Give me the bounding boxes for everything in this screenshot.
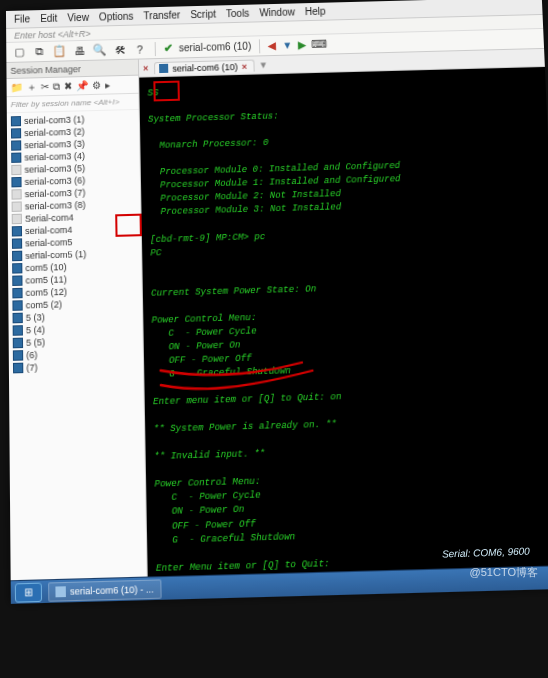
menu-transfer[interactable]: Transfer (143, 9, 180, 21)
taskbar-app-icon (55, 586, 66, 597)
terminal-output[interactable]: SS System Processor Status: Monarch Proc… (139, 67, 548, 577)
session-item-label: 5 (5) (26, 337, 45, 348)
session-item-label: serial-com3 (5) (24, 163, 85, 175)
menu-window[interactable]: Window (259, 6, 295, 18)
find-icon[interactable]: 🔍 (92, 43, 106, 57)
session-doc-icon (12, 251, 22, 262)
session-doc-icon (12, 288, 22, 299)
menu-tools[interactable]: Tools (226, 8, 250, 20)
session-item-label: com5 (2) (26, 299, 62, 310)
session-doc-icon (12, 275, 22, 286)
session-doc-icon (12, 238, 22, 249)
session-doc-icon (11, 177, 21, 187)
session-name-label: serial-com6 (10) (179, 41, 252, 54)
session-item-label: serial-com5 (1) (25, 249, 86, 261)
tab-label: serial-com6 (10) (172, 61, 238, 73)
folder-icon[interactable]: 📁 (11, 82, 23, 93)
keyboard-icon[interactable]: ⌨ (312, 37, 326, 51)
history-forward-icon[interactable]: ▶ (298, 39, 306, 50)
menu-edit[interactable]: Edit (40, 13, 57, 24)
session-doc-icon (11, 153, 21, 163)
close-all-icon[interactable]: × (143, 63, 148, 73)
session-doc-icon (11, 165, 21, 175)
session-doc-icon (13, 338, 23, 349)
session-doc-icon (12, 263, 22, 274)
scissors-icon[interactable]: ✂ (41, 81, 49, 92)
session-item-label: serial-com3 (2) (24, 126, 85, 138)
session-doc-icon (12, 300, 22, 311)
app-window: File Edit View Options Transfer Script T… (6, 0, 548, 604)
toolbar-separator (259, 39, 260, 53)
session-item-label: Serial-com4 (25, 212, 74, 224)
session-item-label: serial-com3 (8) (25, 200, 86, 212)
session-doc-icon (12, 201, 22, 211)
tab-add-icon[interactable]: ▾ (260, 58, 266, 71)
connected-check-icon: ✔ (164, 42, 173, 55)
chevron-right-icon[interactable]: ▸ (105, 79, 110, 90)
session-doc-icon (11, 140, 21, 150)
session-doc-icon (12, 214, 22, 225)
session-item-label: 5 (4) (26, 325, 45, 336)
menu-file[interactable]: File (14, 13, 30, 24)
tab-serial-com6[interactable]: serial-com6 (10) × (154, 59, 254, 74)
new-session-icon[interactable]: ▢ (12, 45, 26, 59)
session-manager-panel: Session Manager 📁 ＋ ✂ ⧉ ✖ 📌 ⚙ ▸ Filter b… (6, 60, 147, 581)
session-item-label: (6) (26, 350, 37, 361)
session-item-label: serial-com3 (3) (24, 139, 85, 151)
history-back-icon[interactable]: ◀ (268, 40, 276, 51)
session-item-label: (7) (26, 362, 37, 373)
menu-script[interactable]: Script (190, 9, 216, 21)
session-item-label: serial-com3 (6) (25, 175, 86, 187)
copy-icon[interactable]: ⧉ (53, 80, 60, 92)
session-doc-icon (12, 226, 22, 237)
session-item-label: com5 (12) (26, 287, 67, 298)
session-doc-icon (13, 313, 23, 324)
copy-icon[interactable]: ⧉ (32, 44, 46, 58)
pin-icon[interactable]: 📌 (76, 80, 88, 91)
paste-icon[interactable]: 📋 (52, 44, 66, 58)
session-item-label: com5 (11) (25, 274, 66, 285)
session-tab-icon (159, 64, 168, 73)
session-doc-icon (13, 325, 23, 336)
tab-close-icon[interactable]: × (242, 61, 248, 71)
taskbar-session-button[interactable]: serial-com6 (10) - ... (48, 579, 161, 601)
taskbar-label: serial-com6 (10) - ... (70, 583, 154, 596)
menu-help[interactable]: Help (305, 6, 326, 18)
watermark: @51CTO博客 (470, 565, 538, 580)
session-doc-icon (11, 189, 21, 199)
windows-logo-icon: ⊞ (24, 586, 32, 598)
terminal-text: SS System Processor Status: Monarch Proc… (147, 77, 548, 576)
session-item-label: serial-com3 (4) (24, 151, 85, 163)
delete-icon[interactable]: ✖ (64, 80, 72, 91)
session-item-label: serial-com3 (1) (24, 114, 85, 126)
toolbar-separator (155, 42, 156, 56)
session-item-label: 5 (3) (26, 312, 45, 323)
session-doc-icon (13, 350, 23, 361)
menu-options[interactable]: Options (99, 11, 134, 23)
session-item-label: com5 (10) (25, 262, 66, 273)
session-doc-icon (11, 128, 21, 138)
session-tree-item[interactable]: (7) (9, 358, 143, 374)
plus-icon[interactable]: ＋ (27, 80, 37, 94)
help-icon[interactable]: ? (133, 42, 147, 56)
session-item-label: serial-com4 (25, 225, 72, 237)
menu-view[interactable]: View (67, 12, 89, 24)
session-tree: serial-com3 (1)serial-com3 (2)serial-com… (7, 110, 147, 580)
history-down-icon[interactable]: ▼ (282, 39, 292, 50)
gear-icon[interactable]: ⚙ (92, 80, 101, 91)
session-doc-icon (13, 363, 23, 374)
session-item-label: serial-com5 (25, 237, 72, 249)
start-button[interactable]: ⊞ (15, 582, 42, 602)
session-doc-icon (11, 116, 21, 126)
settings-icon[interactable]: 🛠 (113, 42, 127, 56)
print-icon[interactable]: 🖶 (72, 43, 86, 57)
session-item-label: serial-com3 (7) (25, 187, 86, 199)
